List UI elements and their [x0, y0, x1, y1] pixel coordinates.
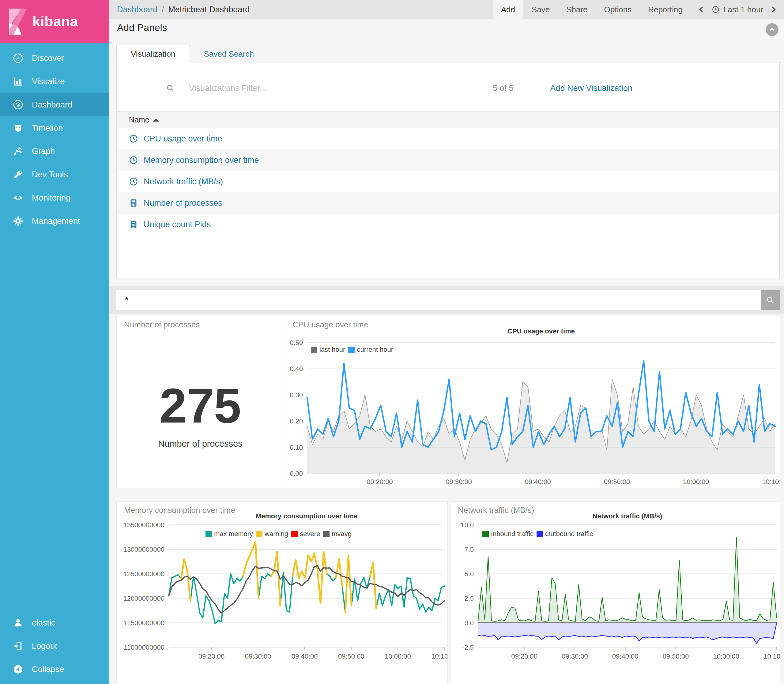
legend-swatch [323, 531, 329, 537]
sidebar-item-monitoring[interactable]: Monitoring [0, 186, 109, 210]
legend-item: Outbound traffic [537, 530, 593, 538]
svg-text:09:40:00: 09:40:00 [612, 652, 639, 660]
legend-swatch [348, 347, 355, 353]
visualization-list-item[interactable]: Memory consumption over time [117, 149, 779, 171]
sidebar-item-graph[interactable]: Graph [0, 140, 109, 163]
time-back-button[interactable] [697, 0, 707, 19]
panel-network-traffic: Network traffic (MB/s) Network traffic (… [450, 502, 780, 684]
sidebar-item-label: Visualize [32, 77, 65, 86]
tab-bar: VisualizationSaved Search [116, 45, 780, 63]
svg-text:10:10:00: 10:10:00 [762, 478, 780, 486]
clock-icon [129, 177, 138, 186]
legend-swatch [482, 531, 489, 537]
svg-text:0.50: 0.50 [290, 339, 303, 347]
time-range-button[interactable]: Last 1 hour [712, 5, 763, 15]
visualization-list-item[interactable]: Unique count Pids [117, 214, 779, 235]
add-panels-body: 5 of 5 Add New Visualization Name CPU us… [116, 62, 780, 278]
query-search-button[interactable] [761, 290, 780, 310]
legend-swatch [256, 531, 263, 537]
visualization-link[interactable]: Unique count Pids [144, 220, 211, 229]
svg-text:0.20: 0.20 [290, 417, 303, 425]
sidebar-item-label: Dev Tools [32, 170, 68, 179]
breadcrumb-current: Metricbeat Dashboard [168, 5, 250, 15]
sidebar-item-management[interactable]: Management [0, 210, 109, 233]
query-bar [109, 286, 784, 314]
svg-text:0.30: 0.30 [290, 391, 303, 399]
calculator-icon [129, 198, 138, 208]
sidebar-item-discover[interactable]: Discover [0, 47, 109, 70]
list-header[interactable]: Name [117, 111, 779, 128]
topnav-save-button[interactable]: Save [523, 0, 558, 19]
visualization-list-item[interactable]: Network traffic (MB/s) [117, 171, 779, 192]
visualization-link[interactable]: Number of processes [144, 198, 223, 208]
legend-swatch [205, 531, 212, 537]
time-forward-button[interactable] [768, 0, 779, 19]
kibana-logo[interactable]: kibana [0, 0, 109, 43]
logo-text: kibana [32, 13, 78, 30]
legend-label: Outbound traffic [545, 530, 593, 538]
sidebar-nav: DiscoverVisualizeDashboardTimelionGraphD… [0, 43, 109, 233]
svg-text:10:00:00: 10:00:00 [713, 652, 739, 660]
sidebar-item-timelion[interactable]: Timelion [0, 116, 109, 140]
svg-text:5.0: 5.0 [464, 570, 474, 578]
topnav-add-button[interactable]: Add [493, 0, 523, 19]
sidebar-item-dev-tools[interactable]: Dev Tools [0, 163, 109, 186]
search-icon [166, 84, 175, 93]
topnav-options-button[interactable]: Options [596, 0, 640, 19]
legend-item: Inbound traffic [482, 530, 534, 538]
visualizations-filter-input[interactable] [188, 83, 471, 94]
dashboard-icon [13, 100, 23, 110]
sidebar-item-label: Logout [32, 642, 57, 651]
compass-icon [13, 53, 23, 63]
collapse-panel-button[interactable] [766, 23, 779, 36]
sidebar-item-label: Graph [32, 147, 55, 156]
memory-legend: max memorywarningseveremvavg [205, 530, 355, 538]
sidebar-item-visualize[interactable]: Visualize [0, 70, 109, 93]
wrench-icon [13, 169, 23, 180]
sidebar-item-dashboard[interactable]: Dashboard [0, 93, 109, 116]
bar-chart-icon [13, 76, 23, 87]
sidebar-item-elastic[interactable]: elastic [0, 611, 109, 634]
visualization-list-item[interactable]: CPU usage over time [117, 128, 779, 149]
clock-icon [712, 5, 720, 13]
sidebar-item-collapse[interactable]: Collapse [0, 658, 109, 681]
top-navbar: Dashboard / Metricbeat Dashboard AddSave… [109, 0, 784, 19]
svg-text:11000000000: 11000000000 [124, 644, 165, 651]
visualization-link[interactable]: Memory consumption over time [144, 155, 259, 165]
panel-cpu-usage: CPU usage over time CPU usage over time … [285, 316, 780, 488]
user-icon [13, 618, 23, 628]
add-new-visualization-link[interactable]: Add New Visualization [550, 84, 632, 93]
visualization-list: CPU usage over timeMemory consumption ov… [117, 128, 779, 235]
legend-label: Inbound traffic [491, 530, 534, 538]
timelion-icon [13, 123, 23, 133]
svg-text:-2.5: -2.5 [462, 644, 474, 651]
svg-text:10.0: 10.0 [461, 521, 474, 529]
svg-text:0.0: 0.0 [464, 619, 474, 627]
sidebar-item-logout[interactable]: Logout [0, 634, 109, 658]
topnav-reporting-button[interactable]: Reporting [640, 0, 691, 19]
sidebar-footer: elasticLogoutCollapse [0, 611, 109, 681]
topnav-share-button[interactable]: Share [558, 0, 596, 19]
tab-visualization[interactable]: Visualization [116, 45, 190, 63]
sidebar-item-label: Dashboard [32, 100, 72, 110]
visualization-link[interactable]: CPU usage over time [144, 134, 223, 144]
svg-text:12500000000: 12500000000 [123, 570, 165, 578]
kibana-logo-icon [7, 7, 27, 36]
panel-number-of-processes: Number of processes 275 Number of proces… [116, 316, 284, 488]
tab-saved-search[interactable]: Saved Search [190, 45, 268, 63]
visualization-link[interactable]: Network traffic (MB/s) [144, 177, 223, 187]
sidebar: kibana DiscoverVisualizeDashboardTimelio… [0, 0, 109, 684]
legend-label: current hour [357, 346, 393, 353]
cpu-legend: last hourcurrent hour [311, 346, 396, 353]
legend-item: current hour [348, 346, 393, 353]
legend-item: max memory [205, 530, 253, 538]
svg-text:10:10:00: 10:10:00 [763, 652, 780, 660]
svg-text:10:00:00: 10:00:00 [385, 652, 411, 660]
query-input[interactable] [116, 290, 761, 310]
visualization-list-item[interactable]: Number of processes [117, 192, 779, 214]
time-range-label: Last 1 hour [723, 5, 763, 15]
svg-text:09:50:00: 09:50:00 [663, 652, 689, 660]
breadcrumb-dashboard[interactable]: Dashboard [117, 5, 157, 15]
svg-text:09:50:00: 09:50:00 [604, 478, 630, 486]
svg-text:0.10: 0.10 [290, 444, 303, 451]
